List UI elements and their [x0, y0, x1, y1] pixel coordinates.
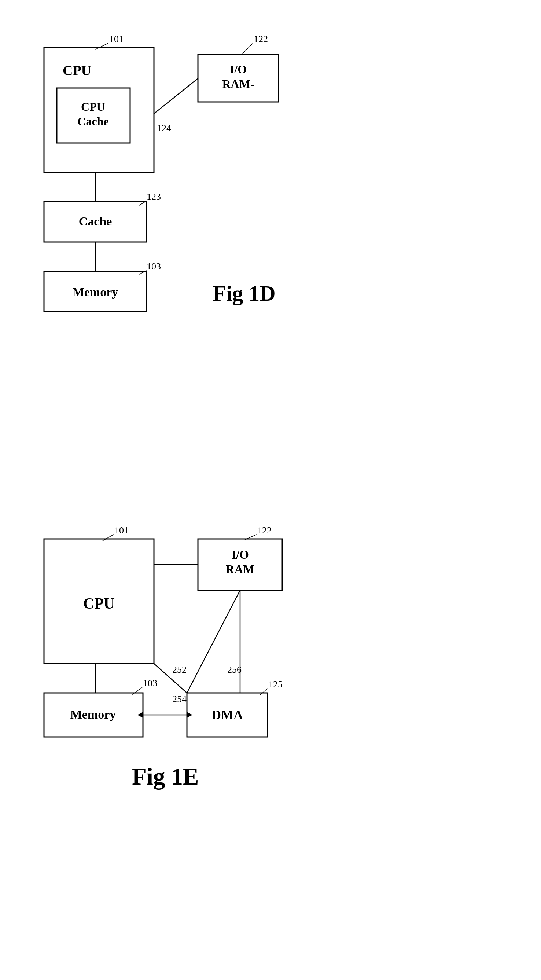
- page: CPU CPU Cache I/O RAM- Cache Memory 101 …: [0, 0, 541, 980]
- svg-rect-15: [187, 693, 267, 737]
- fig-1d-label: Fig 1D: [213, 281, 275, 305]
- e1-dma-label: DMA: [212, 708, 243, 722]
- diagram-1d-svg: CPU CPU Cache I/O RAM- Cache Memory 101 …: [0, 0, 541, 491]
- svg-line-22: [154, 663, 187, 693]
- d1-cpu-label: CPU: [63, 63, 91, 78]
- d1-cpu-cache-label: CPU: [81, 100, 105, 113]
- svg-rect-14: [44, 693, 143, 737]
- svg-rect-0: [44, 48, 154, 172]
- e1-ref-125: 125: [268, 679, 283, 690]
- svg-line-9: [154, 78, 198, 114]
- svg-line-16: [103, 535, 114, 541]
- e1-memory-label: Memory: [70, 708, 116, 721]
- svg-line-17: [245, 535, 256, 540]
- d1-cpu-cache-label2: Cache: [77, 115, 108, 128]
- d1-ref-101: 101: [109, 34, 124, 45]
- e1-ref-256: 256: [227, 664, 242, 675]
- svg-line-18: [132, 687, 142, 695]
- fig-1e-label: Fig 1E: [132, 763, 199, 790]
- d1-io-label: I/O: [230, 63, 247, 76]
- e1-cpu-label: CPU: [83, 595, 115, 612]
- svg-line-19: [260, 689, 267, 695]
- e1-ref-252: 252: [172, 664, 186, 675]
- svg-line-8: [139, 270, 146, 274]
- d1-ref-124: 124: [157, 123, 171, 134]
- d1-ref-122: 122: [254, 34, 268, 45]
- e1-ref-122: 122: [257, 525, 272, 536]
- svg-marker-26: [137, 712, 143, 718]
- svg-line-5: [95, 43, 108, 49]
- svg-rect-3: [44, 202, 146, 242]
- svg-rect-4: [44, 271, 146, 312]
- d1-cache-label: Cache: [79, 215, 112, 228]
- e1-io-label: I/O: [231, 548, 249, 561]
- svg-rect-2: [198, 54, 278, 102]
- svg-rect-1: [57, 88, 130, 143]
- d1-ram-label: RAM-: [222, 77, 254, 91]
- svg-line-23: [187, 590, 240, 693]
- d1-ref-123: 123: [146, 191, 161, 202]
- svg-rect-13: [198, 539, 282, 590]
- diagram-1e-svg: CPU I/O RAM Memory DMA 101 122 103 125 2…: [0, 0, 541, 980]
- svg-rect-12: [44, 539, 154, 663]
- e1-ram-label: RAM: [226, 563, 255, 576]
- svg-line-7: [139, 201, 146, 205]
- e1-ref-103: 103: [143, 678, 157, 689]
- d1-ref-103: 103: [146, 261, 161, 272]
- d1-memory-label: Memory: [73, 285, 118, 299]
- svg-line-6: [242, 43, 253, 54]
- e1-ref-101: 101: [115, 525, 129, 536]
- svg-marker-25: [187, 712, 193, 718]
- e1-ref-254: 254: [172, 694, 186, 704]
